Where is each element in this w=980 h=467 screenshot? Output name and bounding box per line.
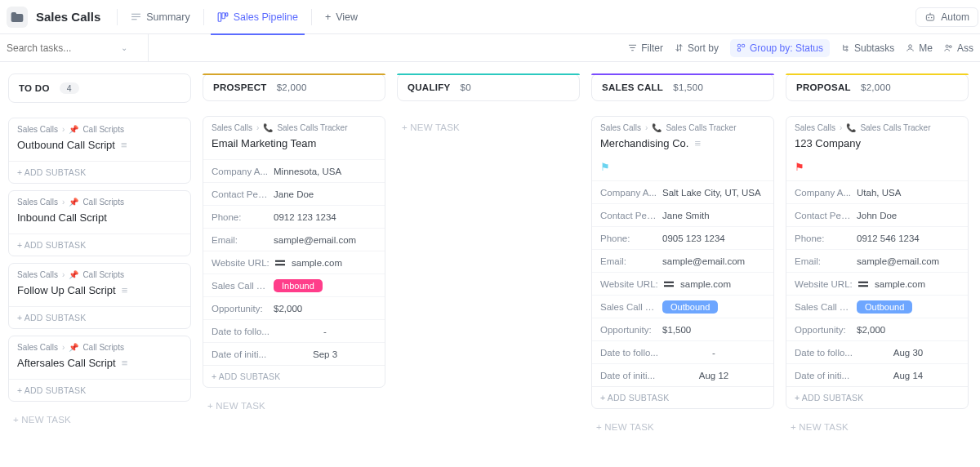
flag-icon: ⚑ bbox=[795, 161, 804, 173]
card-title: 123 Company bbox=[795, 137, 861, 149]
add-subtask-button[interactable]: + ADD SUBTASK bbox=[9, 234, 190, 256]
assignees-label: Ass bbox=[957, 42, 973, 54]
group-icon bbox=[737, 43, 746, 52]
field-company: Utah, USA bbox=[853, 188, 960, 198]
svg-rect-0 bbox=[131, 14, 140, 15]
people-icon bbox=[944, 43, 953, 52]
field-opportunity: $2,000 bbox=[853, 325, 960, 335]
column-header-prospect[interactable]: PROSPECT $2,000 bbox=[203, 73, 385, 101]
field-phone: 0905 123 1234 bbox=[659, 234, 765, 243]
svg-rect-1 bbox=[131, 16, 140, 17]
board-icon bbox=[217, 11, 229, 23]
field-contact: Jane Doe bbox=[270, 189, 376, 199]
svg-rect-6 bbox=[927, 15, 934, 20]
column-header-proposal[interactable]: PROPOSAL $2,000 bbox=[786, 73, 969, 101]
filter-label: Filter bbox=[641, 42, 663, 54]
svg-rect-5 bbox=[225, 12, 227, 16]
add-subtask-button[interactable]: + ADD SUBTASK bbox=[9, 161, 190, 183]
add-subtask-button[interactable]: + ADD SUBTASK bbox=[9, 306, 190, 328]
field-website: sample.com bbox=[853, 278, 960, 290]
tab-pipeline[interactable]: Sales Pipeline bbox=[206, 0, 310, 34]
new-task-button[interactable]: + NEW TASK bbox=[397, 116, 580, 139]
new-task-button[interactable]: + NEW TASK bbox=[8, 408, 191, 431]
breadcrumb: Sales Calls›📞Sales Calls Tracker bbox=[592, 117, 773, 134]
chevron-down-icon[interactable]: ⌄ bbox=[121, 43, 127, 52]
filter-button[interactable]: Filter bbox=[628, 42, 663, 54]
groupby-button[interactable]: Group by: Status bbox=[730, 39, 830, 57]
column-prospect: PROSPECT $2,000 Sales Calls›📞Sales Calls… bbox=[203, 73, 385, 417]
add-subtask-button[interactable]: + ADD SUBTASK bbox=[203, 365, 385, 387]
field-company: Salt Lake City, UT, USA bbox=[659, 188, 765, 198]
field-contact: Jane Smith bbox=[659, 211, 765, 220]
tab-pipeline-label: Sales Pipeline bbox=[234, 11, 298, 23]
folder-icon bbox=[11, 11, 24, 23]
field-contact: John Doe bbox=[853, 211, 960, 220]
column-title: QUALIFY bbox=[408, 82, 451, 92]
add-subtask-button[interactable]: + ADD SUBTASK bbox=[592, 386, 773, 408]
description-icon: ≡ bbox=[122, 357, 128, 369]
task-card[interactable]: Sales Calls›📌Call Scripts Follow Up Call… bbox=[8, 263, 191, 329]
new-task-button[interactable]: + NEW TASK bbox=[786, 416, 969, 438]
column-header-salescall[interactable]: SALES CALL $1,500 bbox=[591, 73, 774, 101]
breadcrumb: Sales Calls›📌Call Scripts bbox=[9, 336, 190, 354]
new-task-button[interactable]: + NEW TASK bbox=[591, 416, 774, 438]
column-amount: $2,000 bbox=[861, 82, 891, 92]
field-email: sample@email.com bbox=[270, 235, 376, 245]
robot-icon bbox=[924, 11, 936, 23]
column-amount: $2,000 bbox=[277, 82, 307, 92]
automations-button[interactable]: Autom bbox=[915, 7, 978, 27]
add-subtask-button[interactable]: + ADD SUBTASK bbox=[786, 386, 968, 408]
add-subtask-button[interactable]: + ADD SUBTASK bbox=[9, 379, 190, 401]
tab-add-view[interactable]: + View bbox=[314, 0, 369, 34]
task-card[interactable]: Sales Calls›📞Sales Calls Tracker 123 Com… bbox=[786, 116, 969, 409]
task-card[interactable]: Sales Calls›📞Sales Calls Tracker Email M… bbox=[203, 116, 385, 388]
task-card[interactable]: Sales Calls›📌Call Scripts Outbound Call … bbox=[8, 118, 191, 184]
column-title: PROSPECT bbox=[213, 82, 267, 92]
field-followup: Aug 30 bbox=[853, 348, 960, 358]
person-icon bbox=[906, 43, 915, 52]
field-calltype: Outbound bbox=[853, 300, 960, 314]
subtasks-label: Subtasks bbox=[854, 42, 894, 54]
task-card[interactable]: Sales Calls›📌Call Scripts Aftersales Cal… bbox=[8, 336, 191, 402]
automations-label: Autom bbox=[941, 11, 969, 23]
field-phone: 0912 123 1234 bbox=[270, 212, 376, 222]
description-icon: ≡ bbox=[122, 284, 128, 296]
field-initdate: Aug 12 bbox=[659, 371, 765, 380]
tab-addview-label: View bbox=[336, 11, 358, 23]
field-website: sample.com bbox=[659, 278, 765, 290]
column-header-qualify[interactable]: QUALIFY $0 bbox=[397, 73, 580, 101]
svg-point-16 bbox=[949, 46, 951, 48]
breadcrumb: Sales Calls›📌Call Scripts bbox=[9, 264, 190, 281]
column-amount: $1,500 bbox=[673, 82, 703, 92]
sort-icon bbox=[675, 43, 684, 52]
column-header-todo[interactable]: TO DO 4 bbox=[8, 73, 191, 103]
task-card[interactable]: Sales Calls›📌Call Scripts Inbound Call S… bbox=[8, 190, 191, 256]
svg-point-12 bbox=[846, 46, 848, 47]
svg-point-8 bbox=[931, 16, 933, 18]
card-title: Merchandising Co. bbox=[600, 137, 688, 149]
column-salescall: SALES CALL $1,500 Sales Calls›📞Sales Cal… bbox=[591, 73, 774, 438]
task-card[interactable]: Sales Calls›📞Sales Calls Tracker Merchan… bbox=[591, 116, 774, 409]
assignees-button[interactable]: Ass bbox=[944, 42, 973, 54]
breadcrumb: Sales Calls›📌Call Scripts bbox=[9, 118, 190, 136]
column-title: SALES CALL bbox=[602, 82, 663, 92]
subtasks-button[interactable]: Subtasks bbox=[841, 42, 894, 54]
tab-summary[interactable]: Summary bbox=[119, 0, 201, 34]
kanban-board: TO DO 4 Sales Calls›📌Call Scripts Outbou… bbox=[0, 62, 980, 467]
column-todo: TO DO 4 Sales Calls›📌Call Scripts Outbou… bbox=[8, 73, 191, 431]
folder-button[interactable] bbox=[7, 7, 28, 28]
link-icon bbox=[274, 257, 287, 269]
column-qualify: QUALIFY $0 + NEW TASK bbox=[397, 73, 580, 139]
sort-label: Sort by bbox=[688, 42, 719, 54]
sort-button[interactable]: Sort by bbox=[675, 42, 719, 54]
me-button[interactable]: Me bbox=[906, 42, 933, 54]
svg-rect-4 bbox=[222, 12, 225, 18]
description-icon: ≡ bbox=[694, 137, 701, 149]
search-input[interactable] bbox=[7, 42, 121, 54]
page-title: Sales Calls bbox=[36, 10, 100, 24]
new-task-button[interactable]: + NEW TASK bbox=[203, 394, 385, 417]
field-website: sample.com bbox=[270, 257, 376, 269]
field-opportunity: $2,000 bbox=[270, 304, 376, 314]
svg-rect-2 bbox=[131, 19, 137, 20]
svg-rect-10 bbox=[742, 44, 744, 47]
